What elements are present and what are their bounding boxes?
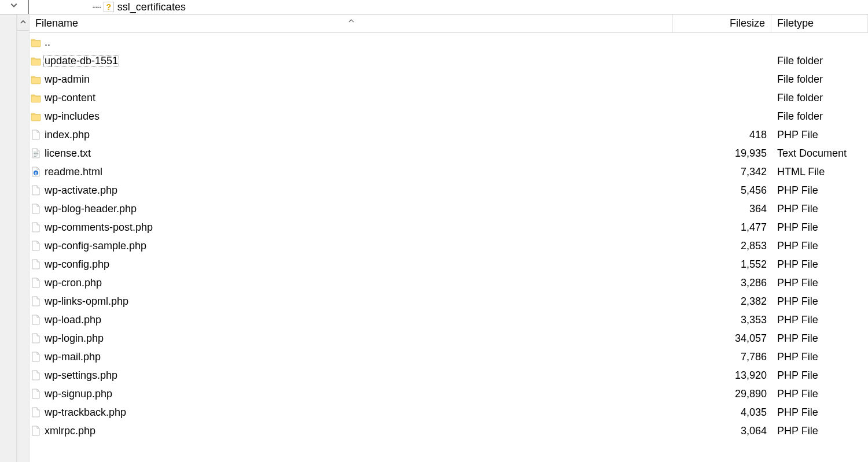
cell-filename: wp-includes — [31, 110, 674, 123]
filename-label: wp-config-sample.php — [43, 240, 146, 252]
column-header-filename[interactable]: Filename — [30, 14, 673, 32]
cell-filesize: 1,477 — [674, 221, 773, 234]
tree-item[interactable]: ⋯⋯ ? ssl_certificates — [29, 1, 868, 13]
cell-filename: wp-activate.php — [31, 184, 674, 197]
filename-label: wp-login.php — [43, 332, 104, 345]
table-row[interactable]: readme.html7,342HTML File — [30, 162, 868, 181]
table-row[interactable]: wp-comments-post.php1,477PHP File — [30, 218, 868, 236]
table-row[interactable]: wp-contentFile folder — [30, 88, 868, 107]
cell-filesize: 19,935 — [674, 147, 773, 160]
cell-filename: wp-config-sample.php — [31, 240, 674, 252]
cell-filename: wp-links-opml.php — [31, 295, 674, 308]
cell-filesize: 418 — [674, 129, 773, 141]
left-gutter — [0, 14, 17, 462]
filename-label: .. — [43, 36, 50, 49]
file-icon — [31, 221, 41, 233]
file-icon — [31, 406, 41, 418]
cell-filetype: File folder — [773, 110, 868, 123]
file-icon — [31, 184, 41, 196]
folder-icon — [31, 73, 41, 85]
table-row[interactable]: wp-signup.php29,890PHP File — [30, 385, 868, 403]
table-row[interactable]: wp-activate.php5,456PHP File — [30, 181, 868, 199]
table-row[interactable]: wp-config.php1,552PHP File — [30, 255, 868, 273]
tree-scroll-down[interactable] — [0, 0, 29, 14]
cell-filetype: PHP File — [773, 425, 868, 437]
table-row[interactable]: xmlrpc.php3,064PHP File — [30, 422, 868, 440]
cell-filename: wp-settings.php — [31, 369, 674, 382]
cell-filesize: 29,890 — [674, 388, 773, 400]
table-row[interactable]: wp-mail.php7,786PHP File — [30, 348, 868, 366]
sort-ascending-icon — [348, 14, 355, 26]
folder-icon — [31, 55, 41, 66]
file-icon — [31, 388, 41, 400]
filename-label: wp-content — [43, 92, 95, 104]
cell-filename: wp-blog-header.php — [31, 203, 674, 215]
cell-filetype: File folder — [773, 92, 868, 104]
cell-filetype: PHP File — [773, 388, 868, 400]
tree-item-label: ssl_certificates — [117, 1, 186, 13]
table-row[interactable]: index.php418PHP File — [30, 125, 868, 144]
cell-filesize: 34,057 — [674, 332, 773, 345]
table-row[interactable]: wp-links-opml.php2,382PHP File — [30, 292, 868, 311]
folder-icon — [31, 92, 41, 104]
file-icon — [31, 240, 41, 252]
cell-filesize: 4,035 — [674, 406, 773, 419]
file-list-rows[interactable]: ..update-db-1551File folderwp-adminFile … — [30, 33, 868, 462]
filename-label: update-db-1551 — [43, 55, 119, 67]
column-header-filetype[interactable]: Filetype — [771, 14, 868, 32]
cell-filename: wp-login.php — [31, 332, 674, 345]
html-icon — [31, 166, 41, 178]
cell-filename: update-db-1551 — [31, 55, 674, 67]
filename-label: wp-blog-header.php — [43, 203, 137, 215]
table-row[interactable]: wp-settings.php13,920PHP File — [30, 366, 868, 385]
cell-filetype: File folder — [773, 55, 868, 67]
splitter-scroll-up[interactable] — [17, 14, 29, 31]
cell-filesize: 364 — [674, 203, 773, 215]
table-row[interactable]: update-db-1551File folder — [30, 51, 868, 70]
filename-label: index.php — [43, 129, 90, 141]
table-row[interactable]: wp-cron.php3,286PHP File — [30, 273, 868, 292]
cell-filetype: PHP File — [773, 295, 868, 308]
cell-filename: wp-admin — [31, 73, 674, 86]
cell-filename: .. — [31, 36, 674, 49]
filename-label: wp-comments-post.php — [43, 221, 153, 234]
txt-icon — [31, 147, 41, 159]
file-icon — [31, 277, 41, 289]
cell-filename: wp-content — [31, 92, 674, 104]
filename-label: wp-cron.php — [43, 277, 102, 289]
cell-filename: readme.html — [31, 166, 674, 178]
cell-filetype: PHP File — [773, 203, 868, 215]
table-row[interactable]: wp-blog-header.php364PHP File — [30, 199, 868, 218]
table-row[interactable]: wp-includesFile folder — [30, 107, 868, 125]
table-row[interactable]: wp-trackback.php4,035PHP File — [30, 403, 868, 422]
vertical-splitter[interactable] — [17, 14, 30, 462]
table-row[interactable]: wp-login.php34,057PHP File — [30, 329, 868, 348]
column-header-filesize[interactable]: Filesize — [673, 14, 771, 32]
table-row[interactable]: license.txt19,935Text Document — [30, 144, 868, 162]
cell-filesize: 7,342 — [674, 166, 773, 178]
cell-filetype: PHP File — [773, 258, 868, 271]
cell-filetype: PHP File — [773, 314, 868, 326]
column-header-label: Filename — [35, 17, 78, 29]
cell-filename: wp-cron.php — [31, 277, 674, 289]
parent-dir-row[interactable]: .. — [30, 33, 868, 51]
file-icon — [31, 369, 41, 381]
cell-filename: wp-signup.php — [31, 388, 674, 400]
cell-filename: index.php — [31, 129, 674, 141]
file-icon — [31, 332, 41, 344]
file-icon — [31, 351, 41, 363]
cell-filetype: Text Document — [773, 147, 868, 160]
cell-filetype: PHP File — [773, 129, 868, 141]
filename-label: wp-load.php — [43, 314, 101, 326]
table-row[interactable]: wp-load.php3,353PHP File — [30, 311, 868, 329]
file-icon — [31, 295, 41, 307]
table-row[interactable]: wp-config-sample.php2,853PHP File — [30, 236, 868, 255]
filename-label: license.txt — [43, 147, 91, 160]
cell-filetype: PHP File — [773, 277, 868, 289]
file-list-panel: Filename Filesize Filetype ..update-db-1… — [30, 14, 868, 462]
table-row[interactable]: wp-adminFile folder — [30, 70, 868, 88]
filename-label: wp-mail.php — [43, 351, 101, 363]
cell-filename: xmlrpc.php — [31, 425, 674, 437]
cell-filetype: PHP File — [773, 184, 868, 197]
file-icon — [31, 314, 41, 326]
